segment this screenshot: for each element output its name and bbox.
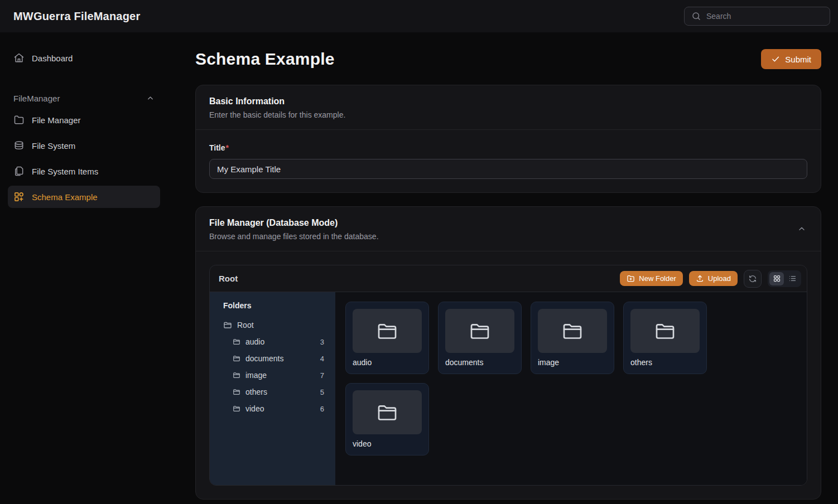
upload-label: Upload (708, 274, 731, 283)
basic-information-card: Basic Information Enter the basic detail… (195, 85, 821, 193)
sidebar-item-file-system-items[interactable]: File System Items (8, 160, 160, 182)
title-input[interactable] (209, 159, 807, 179)
sidebar-item-dashboard[interactable]: Dashboard (8, 47, 160, 69)
file-manager-card-header: File Manager (Database Mode) Browse and … (196, 207, 821, 251)
tree-item-count: 7 (320, 371, 324, 380)
folder-open-icon (233, 355, 240, 362)
upload-button[interactable]: Upload (689, 271, 738, 286)
sidebar-item-label: File Manager (32, 115, 81, 125)
sidebar: Dashboard FileManager File Manager File … (0, 32, 167, 504)
grid-view-button[interactable] (769, 272, 784, 285)
main-content: Schema Example Submit Basic Information … (167, 32, 838, 504)
tree-item-name: audio (245, 337, 264, 346)
folder-plus-icon (627, 274, 635, 283)
folder-card-documents[interactable]: documents (438, 302, 522, 374)
file-browser-toolbar: Root New Folder Upload (210, 265, 807, 292)
file-grid: audio documents (335, 292, 807, 485)
tree-item-count: 4 (320, 355, 324, 363)
basic-information-header: Basic Information Enter the basic detail… (196, 85, 821, 130)
upload-icon (696, 274, 704, 283)
collapse-section-button[interactable] (794, 221, 810, 237)
folder-open-icon (223, 321, 232, 329)
tree-item-documents[interactable]: documents 4 (223, 350, 324, 367)
tree-item-name: video (245, 404, 264, 413)
file-browser: Root New Folder Upload (209, 265, 807, 486)
list-icon (788, 274, 797, 283)
sidebar-section-filemanager[interactable]: FileManager (13, 94, 155, 103)
sidebar-section-label: FileManager (13, 94, 60, 103)
submit-button[interactable]: Submit (761, 49, 821, 69)
tree-item-name: others (245, 387, 267, 396)
new-folder-label: New Folder (639, 274, 676, 283)
folder-card-image[interactable]: image (531, 302, 614, 374)
tree-item-count: 5 (320, 388, 324, 396)
search-input[interactable] (706, 12, 823, 21)
folder-name: audio (353, 358, 422, 367)
folder-open-icon (469, 320, 491, 342)
folder-name: documents (445, 358, 514, 367)
folder-card-audio[interactable]: audio (345, 302, 429, 374)
grid-icon (773, 274, 781, 283)
required-asterisk: * (226, 143, 229, 152)
search-icon (691, 11, 701, 21)
folder-thumbnail (353, 390, 422, 434)
tree-item-count: 3 (320, 338, 324, 346)
folder-thumbnail (630, 309, 700, 353)
current-path-label: Root (219, 274, 238, 283)
sidebar-item-schema-example[interactable]: Schema Example (8, 186, 160, 208)
tree-item-name: image (245, 371, 267, 380)
tree-item-count: 6 (320, 405, 324, 413)
folder-open-icon (561, 320, 584, 342)
tree-item-root[interactable]: Root (223, 317, 324, 333)
new-folder-button[interactable]: New Folder (620, 271, 682, 286)
folder-thumbnail (445, 309, 514, 353)
chevron-up-icon (797, 225, 806, 234)
folder-open-icon (376, 401, 398, 424)
schema-plus-icon (13, 191, 25, 202)
sidebar-item-label: Dashboard (32, 54, 73, 63)
tree-item-audio[interactable]: audio 3 (223, 333, 324, 350)
tree-item-name: documents (245, 354, 283, 363)
card-title: Basic Information (209, 96, 807, 106)
check-icon (771, 55, 780, 64)
refresh-button[interactable] (744, 270, 762, 288)
folder-open-icon (376, 320, 398, 342)
chevron-up-icon (146, 94, 155, 103)
sidebar-item-label: Schema Example (32, 192, 98, 202)
folder-name: image (538, 358, 607, 367)
files-icon (13, 166, 25, 177)
folder-icon (13, 114, 25, 125)
folder-name: video (353, 439, 422, 448)
title-field-label: Title* (209, 143, 807, 152)
card-title: File Manager (Database Mode) (209, 218, 807, 228)
folders-panel: Folders Root audi (210, 292, 335, 485)
server-icon (13, 140, 25, 151)
sidebar-item-file-manager[interactable]: File Manager (8, 109, 160, 131)
folder-open-icon (233, 338, 240, 346)
search-box[interactable] (684, 7, 830, 26)
folder-card-video[interactable]: video (345, 383, 429, 455)
list-view-button[interactable] (785, 272, 800, 285)
card-subtitle: Browse and manage files stored in the da… (209, 232, 807, 241)
folder-thumbnail (538, 309, 607, 353)
folder-name: others (630, 358, 700, 367)
folder-open-icon (654, 320, 676, 342)
refresh-icon (748, 274, 757, 283)
card-subtitle: Enter the basic details for this example… (209, 110, 807, 119)
folder-card-others[interactable]: others (623, 302, 707, 374)
sidebar-item-label: File System Items (32, 167, 98, 176)
tree-item-video[interactable]: video 6 (223, 400, 324, 417)
view-toggle-group (768, 270, 801, 287)
sidebar-item-file-system[interactable]: File System (8, 134, 160, 157)
tree-item-others[interactable]: others 5 (223, 384, 324, 400)
folder-open-icon (233, 388, 240, 396)
file-manager-card: File Manager (Database Mode) Browse and … (195, 206, 821, 500)
tree-item-image[interactable]: image 7 (223, 367, 324, 384)
folder-open-icon (233, 371, 240, 379)
page-title: Schema Example (195, 50, 335, 69)
folder-thumbnail (353, 309, 422, 353)
folders-panel-title: Folders (223, 301, 324, 310)
home-icon (13, 52, 25, 64)
tree-item-name: Root (237, 321, 254, 329)
topbar: MWGuerra FileManager (0, 0, 838, 32)
